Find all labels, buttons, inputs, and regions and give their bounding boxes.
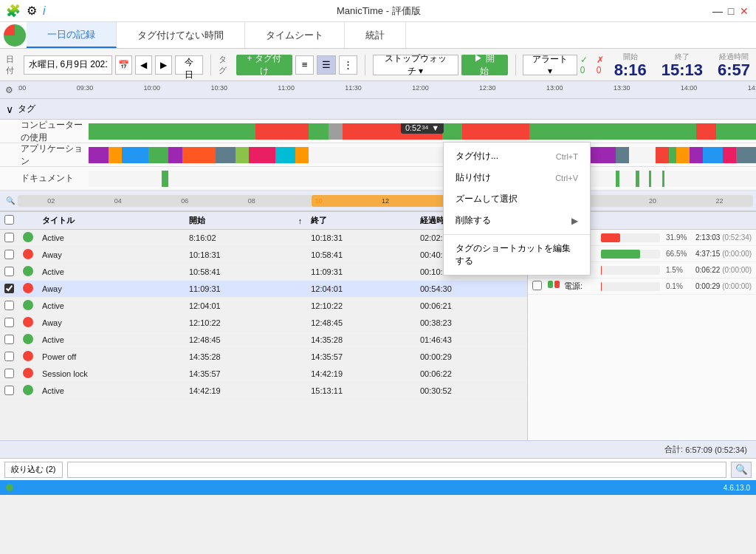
row-color-cell <box>18 332 38 349</box>
row-checkbox[interactable] <box>4 301 14 310</box>
side-row-cb[interactable] <box>528 278 546 295</box>
th-start[interactable]: 開始 <box>185 212 294 230</box>
scroll-track[interactable]: 02 04 06 08 10 12 14 16 18 20 22 <box>18 195 753 207</box>
table-row[interactable]: Session lock 14:35:57 14:42:19 00:06:22 <box>0 366 527 383</box>
row-checkbox-cell[interactable] <box>0 332 18 349</box>
minimize-button[interactable]: — <box>712 5 724 17</box>
next-day-button[interactable]: ▶ <box>155 55 172 75</box>
ruler-tick: 09:30 <box>77 84 94 92</box>
th-end[interactable]: 終了 <box>306 212 416 230</box>
th-select-all[interactable] <box>0 212 18 230</box>
search-icon-cell[interactable]: 🔍 <box>3 196 18 205</box>
table-row[interactable]: Away 11:09:31 12:04:01 00:54:30 <box>0 281 527 298</box>
select-all-checkbox[interactable] <box>4 215 14 225</box>
scroll-navigator[interactable]: 🔍 02 04 06 08 10 12 14 16 18 20 22 <box>0 191 756 211</box>
ctx-paste-shortcut: Ctrl+V <box>555 174 578 182</box>
row-checkbox-cell[interactable] <box>0 230 18 247</box>
row-checkbox[interactable] <box>4 352 14 361</box>
date-label: 日付 <box>6 54 19 76</box>
row-color-cell <box>18 315 38 332</box>
side-color-dot1 <box>548 281 553 288</box>
ruler-tick: 11:30 <box>345 84 362 92</box>
app-title: ManicTime - 評価版 <box>46 4 712 18</box>
ctx-paste-item[interactable]: 貼り付け Ctrl+V <box>444 167 590 188</box>
tag-section: タグ + タグ付け ≡ ☰ ⋮ <box>219 54 357 76</box>
row-sort-cell <box>294 298 307 315</box>
ruler-ticks: 09:0009:3010:0010:3011:0011:3012:0012:30… <box>18 81 756 98</box>
table-row[interactable]: Active 12:04:01 12:10:22 00:06:21 <box>0 298 527 315</box>
side-row-time: 0:00:29 (0:00:00) <box>694 278 756 295</box>
start-button[interactable]: ▶ 開始 <box>461 55 508 75</box>
th-sort-arrow[interactable]: ↑ <box>294 212 307 230</box>
ctx-shortcut-edit-item[interactable]: タグのショートカットを編集する <box>444 238 590 272</box>
filter-search-button[interactable]: 🔍 <box>731 462 752 478</box>
row-checkbox-cell[interactable] <box>0 298 18 315</box>
view-detail-button[interactable]: ☰ <box>317 55 335 75</box>
table-row[interactable]: Away 12:10:22 12:48:45 00:38:23 <box>0 315 527 332</box>
table-row[interactable]: Active 12:48:45 14:35:28 01:46:43 <box>0 332 527 349</box>
ctx-tag-item[interactable]: タグ付け... Ctrl+T <box>444 146 590 167</box>
filter-input[interactable] <box>67 462 727 478</box>
view-list-button[interactable]: ≡ <box>295 55 314 75</box>
row-checkbox[interactable] <box>4 233 14 242</box>
row-checkbox[interactable] <box>4 250 14 259</box>
view-compact-button[interactable]: ⋮ <box>339 55 357 75</box>
prev-day-button[interactable]: ◀ <box>135 55 152 75</box>
row-checkbox-cell[interactable] <box>0 247 18 264</box>
maximize-button[interactable]: □ <box>725 5 737 17</box>
tab-untagged[interactable]: タグ付けてない時間 <box>117 22 245 48</box>
row-title: Active <box>38 264 185 281</box>
start-time-group: 開始 8:16 <box>614 52 647 78</box>
row-checkbox-cell[interactable] <box>0 281 18 298</box>
row-checkbox[interactable] <box>4 284 14 293</box>
scroll-thumb[interactable] <box>312 195 458 207</box>
bubble-expand-icon[interactable]: ▼ <box>431 123 439 132</box>
row-color-cell <box>18 264 38 281</box>
side-checkbox[interactable] <box>532 281 542 290</box>
row-checkbox[interactable] <box>4 318 14 327</box>
ctx-zoom-item[interactable]: ズームして選択 <box>444 188 590 210</box>
add-tag-button[interactable]: + タグ付け <box>236 55 292 75</box>
computer-timeline-bar[interactable]: 0:5234 ▼ <box>89 123 756 140</box>
th-title[interactable]: タイトル <box>38 212 185 230</box>
row-color-cell <box>18 349 38 366</box>
puzzle-icon[interactable]: 🧩 <box>6 4 21 18</box>
today-button[interactable]: 今日 <box>175 55 203 75</box>
side-row-bar <box>598 262 664 278</box>
table-row[interactable]: Power off 14:35:28 14:35:57 00:00:29 <box>0 349 527 366</box>
row-checkbox[interactable] <box>4 386 14 395</box>
side-th-time <box>694 212 756 230</box>
row-checkbox[interactable] <box>4 369 14 378</box>
tab-daily-record[interactable]: 一日の記録 <box>27 22 117 48</box>
row-checkbox-cell[interactable] <box>0 383 18 400</box>
tab-timesheet[interactable]: タイムシート <box>245 22 345 48</box>
gear-icon[interactable]: ⚙ <box>27 4 37 18</box>
tag-row[interactable]: ∨ タグ <box>0 99 756 120</box>
ruler-tick: 11:00 <box>278 84 295 92</box>
row-checkbox[interactable] <box>4 335 14 344</box>
alert-dropdown-button[interactable]: アラート ▾ <box>523 55 577 75</box>
app-timeline-bar[interactable] <box>89 147 756 163</box>
doc-timeline-bar[interactable] <box>89 171 756 187</box>
stopwatch-dropdown-button[interactable]: ストップウォッチ ▾ <box>373 55 458 75</box>
row-elapsed: 00:30:52 <box>416 383 527 400</box>
close-button[interactable]: ✕ <box>738 5 750 17</box>
table-row[interactable]: Active 14:42:19 15:13:11 00:30:52 <box>0 383 527 400</box>
filter-button[interactable]: 絞り込む (2) <box>4 462 63 478</box>
nav-tick: 06 <box>181 197 188 205</box>
row-checkbox-cell[interactable] <box>0 366 18 383</box>
tag-row-expand-icon[interactable]: ∨ <box>6 103 13 115</box>
row-checkbox-cell[interactable] <box>0 315 18 332</box>
row-checkbox[interactable] <box>4 267 14 276</box>
side-row[interactable]: 電源: 0.1% 0:00:29 (0:00:00) <box>528 278 756 295</box>
tab-stats[interactable]: 統計 <box>345 22 406 48</box>
row-checkbox-cell[interactable] <box>0 349 18 366</box>
row-start: 11:09:31 <box>185 281 294 298</box>
calendar-icon-button[interactable]: 📅 <box>115 55 132 75</box>
row-checkbox-cell[interactable] <box>0 264 18 281</box>
settings-gear-icon[interactable]: ⚙ <box>5 85 13 95</box>
total-label: 合計: <box>664 444 683 455</box>
date-input[interactable] <box>24 55 112 75</box>
filterbar: 絞り込む (2) 🔍 <box>0 458 756 480</box>
ctx-delete-item[interactable]: 削除する ▶ <box>444 210 590 231</box>
